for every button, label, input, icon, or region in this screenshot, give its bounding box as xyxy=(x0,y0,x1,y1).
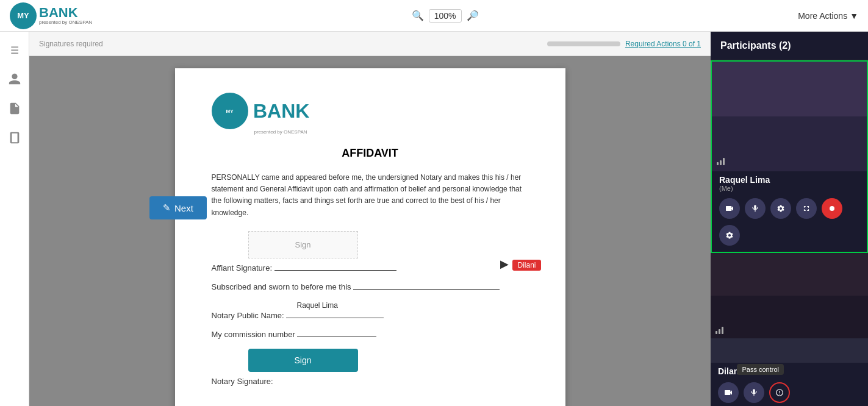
edit-icon: ✎ xyxy=(163,202,171,213)
doc-scroll-area[interactable]: ✎ Next MY BANK presented by ONESPAN AFFI… xyxy=(29,56,711,406)
dilani-video-button[interactable] xyxy=(718,382,739,403)
participant-video-raquel xyxy=(712,62,867,171)
svg-rect-30 xyxy=(711,296,868,338)
pass-control-wrapper: Pass control xyxy=(769,382,790,403)
sign-placeholder-box[interactable]: Sign xyxy=(248,231,358,258)
doc-toolbar-right: Required Actions 0 of 1 xyxy=(547,40,701,48)
svg-rect-14 xyxy=(723,158,725,165)
main-layout: ☰ Signatures required Required Actions 0… xyxy=(0,32,868,406)
dilani-cursor-badge: Dilani xyxy=(512,260,540,271)
raquel-expand-button[interactable] xyxy=(796,198,817,219)
affiant-signature-underline xyxy=(274,270,396,271)
svg-rect-13 xyxy=(720,160,722,165)
next-button[interactable]: ✎ Next xyxy=(149,196,207,219)
sidebar-person-icon[interactable] xyxy=(6,71,23,88)
raquel-video-feed xyxy=(712,62,867,171)
logo-subtitle: presented by ONESPAN xyxy=(39,20,92,25)
signatures-required-label: Signatures required xyxy=(39,40,103,48)
notary-signature-line: Notary Signature: xyxy=(212,377,529,386)
dilani-video-feed xyxy=(711,253,868,338)
document-title: AFFIDAVIT xyxy=(212,147,529,160)
participant-card-dilani: Dilani S... Pass control xyxy=(711,253,868,406)
cursor-icon: ▶ xyxy=(500,258,509,270)
doc-logo-subtitle: presented by ONESPAN xyxy=(254,129,529,135)
logo-circle: MY xyxy=(10,2,37,29)
sign-submit-button[interactable]: Sign xyxy=(248,349,358,372)
dilani-mic-button[interactable] xyxy=(744,382,764,403)
doc-toolbar: Signatures required Required Actions 0 o… xyxy=(29,32,711,56)
svg-rect-11 xyxy=(712,116,867,171)
raquel-video-button[interactable] xyxy=(719,198,740,219)
sidebar-book-icon[interactable] xyxy=(6,129,23,146)
logo-area: MY BANK presented by ONESPAN xyxy=(10,2,92,29)
participant-controls-raquel xyxy=(712,194,867,225)
pass-control-button[interactable] xyxy=(769,382,790,403)
notary-public-name-line: Notary Public Name: xyxy=(212,311,529,320)
participant-video-dilani xyxy=(711,253,868,363)
notary-public-underline xyxy=(286,318,384,318)
zoom-value: 100% xyxy=(429,9,462,23)
doc-area: Signatures required Required Actions 0 o… xyxy=(29,32,711,406)
notary-name-overlay: Raquel Lima xyxy=(297,301,529,310)
participants-panel: Participants (2) xyxy=(711,32,868,406)
subscribed-sworn-line: Subscribed and sworn to before me this xyxy=(212,282,529,291)
chevron-down-icon: ▼ xyxy=(850,11,858,21)
raquel-gear-extra-button[interactable] xyxy=(719,225,740,246)
raquel-record-button[interactable] xyxy=(822,198,842,219)
commission-underline xyxy=(297,337,376,337)
raquel-mic-button[interactable] xyxy=(745,198,766,219)
left-sidebar: ☰ xyxy=(0,32,29,406)
cursor-area: ▶ Dilani xyxy=(500,257,540,271)
raquel-extra-controls xyxy=(712,225,867,252)
participant-card-raquel: Raquel Lima (Me) xyxy=(711,60,868,253)
logo-bank-text: BANK xyxy=(39,6,92,20)
doc-logo-circle: MY xyxy=(212,93,248,129)
participant-info-raquel: Raquel Lima (Me) xyxy=(712,171,867,194)
more-actions-button[interactable]: More Actions ▼ xyxy=(798,11,858,21)
participants-header: Participants (2) xyxy=(711,32,868,60)
svg-rect-10 xyxy=(712,62,867,116)
sidebar-hamburger-icon[interactable]: ☰ xyxy=(6,41,23,59)
svg-rect-31 xyxy=(716,331,717,334)
top-bar: MY BANK presented by ONESPAN 🔍 100% 🔎 Mo… xyxy=(0,0,868,32)
commission-line: My commission number xyxy=(212,330,529,339)
participant-controls-dilani: Pass control xyxy=(711,379,868,406)
zoom-out-button[interactable]: 🔍 xyxy=(412,10,424,21)
subscribed-sworn-underline xyxy=(353,289,500,290)
next-button-wrapper: ✎ Next xyxy=(149,196,207,219)
svg-rect-32 xyxy=(719,329,720,334)
required-actions-progress xyxy=(547,41,620,46)
required-actions-link[interactable]: Required Actions 0 of 1 xyxy=(625,40,701,48)
svg-rect-29 xyxy=(711,253,868,296)
zoom-in-button[interactable]: 🔎 xyxy=(467,10,479,21)
svg-rect-12 xyxy=(717,162,719,165)
document-logo: MY BANK presented by ONESPAN xyxy=(212,93,529,135)
doc-logo-bank: BANK xyxy=(253,100,309,122)
svg-point-15 xyxy=(830,206,834,211)
raquel-settings-button[interactable] xyxy=(770,198,791,219)
affiant-signature-line: Affiant Signature: xyxy=(212,263,529,272)
document-page: MY BANK presented by ONESPAN AFFIDAVIT P… xyxy=(175,68,565,406)
participant-info-dilani: Dilani S... xyxy=(711,363,868,379)
toolbar-center: 🔍 100% 🔎 xyxy=(92,9,798,23)
document-body: PERSONALLY came and appeared before me, … xyxy=(212,172,529,219)
participant-subtitle-raquel: (Me) xyxy=(719,185,859,192)
svg-rect-33 xyxy=(722,327,723,334)
logo-text-area: BANK presented by ONESPAN xyxy=(39,6,92,25)
pass-control-tooltip: Pass control xyxy=(737,364,784,375)
participant-name-raquel: Raquel Lima xyxy=(719,175,859,185)
sidebar-document-icon[interactable] xyxy=(6,100,23,117)
